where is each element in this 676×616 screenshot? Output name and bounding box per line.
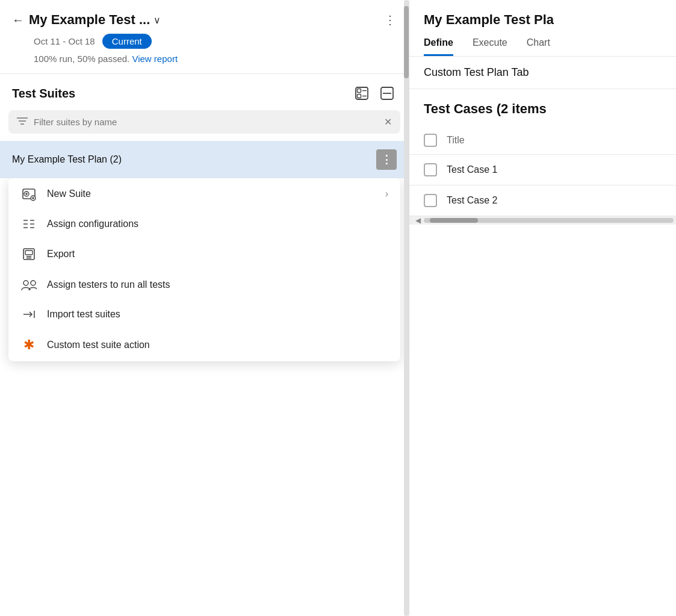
right-panel: My Example Test Pla Define Execute Chart… [409, 0, 676, 616]
test-case-2-checkbox[interactable] [424, 194, 437, 207]
clear-filter-button[interactable]: ✕ [384, 116, 392, 128]
menu-item-assign-testers[interactable]: Assign testers to run all tests [8, 270, 400, 300]
export-icon [20, 247, 37, 261]
custom-tab-section: Custom Test Plan Tab [409, 57, 676, 89]
title-row: My Example Test ... ∨ [29, 12, 379, 28]
filter-input[interactable] [34, 117, 378, 127]
menu-item-new-suite[interactable]: New Suite › [8, 178, 400, 210]
import-icon [20, 308, 37, 320]
collapse-all-button[interactable] [377, 84, 397, 103]
new-suite-icon [20, 187, 37, 201]
header-section: ← My Example Test ... ∨ ⋮ Oct 11 - Oct 1… [0, 0, 409, 74]
suites-title: Test Suites [12, 87, 346, 101]
tab-execute[interactable]: Execute [473, 37, 507, 56]
current-badge: Current [102, 34, 152, 49]
menu-label-new-suite: New Suite [47, 188, 376, 199]
context-menu: New Suite › Assign configurations [8, 178, 400, 361]
stats-row: 100% run, 50% passed. View report [34, 54, 397, 64]
date-current-row: Oct 11 - Oct 18 Current [34, 34, 397, 49]
hscrollbar-track [424, 218, 674, 223]
suites-header: Test Suites [0, 74, 409, 110]
right-header: My Example Test Pla Define Execute Chart [409, 0, 676, 57]
view-report-link[interactable]: View report [132, 54, 178, 64]
menu-item-export[interactable]: Export [8, 238, 400, 270]
select-all-checkbox[interactable] [424, 134, 437, 147]
title-column-header: Title [447, 135, 465, 146]
test-cases-title-row: Title [409, 126, 676, 155]
svg-rect-24 [25, 250, 33, 255]
test-case-1-checkbox[interactable] [424, 163, 437, 176]
menu-label-import: Import test suites [47, 309, 388, 320]
tabs-row: Define Execute Chart [424, 37, 662, 56]
custom-tab-text: Custom Test Plan Tab [424, 66, 529, 78]
right-panel-title: My Example Test Pla [424, 12, 662, 28]
test-case-row-1[interactable]: Test Case 1 [409, 155, 676, 185]
suite-more-button[interactable]: ⋮ [376, 149, 397, 170]
test-case-2-name: Test Case 2 [447, 195, 497, 206]
chevron-down-icon[interactable]: ∨ [153, 14, 161, 26]
plan-more-button[interactable]: ⋮ [384, 13, 397, 27]
test-case-row-2[interactable]: Test Case 2 [409, 185, 676, 216]
date-range: Oct 11 - Oct 18 [34, 36, 95, 46]
header-top: ← My Example Test ... ∨ ⋮ [12, 12, 397, 28]
assign-config-icon [20, 218, 37, 230]
scrollbar-thumb [404, 6, 409, 78]
menu-label-custom-action: Custom test suite action [47, 340, 388, 350]
svg-rect-1 [358, 89, 361, 93]
back-button[interactable]: ← [12, 14, 24, 26]
svg-point-28 [31, 281, 36, 285]
assign-testers-icon [20, 278, 37, 291]
vertical-scrollbar[interactable] [404, 0, 409, 616]
menu-item-import[interactable]: Import test suites [8, 300, 400, 329]
test-cases-section: Test Cases (2 items Title Test Case 1 Te… [409, 89, 676, 616]
menu-item-custom-action[interactable]: ✱ Custom test suite action [8, 329, 400, 361]
suite-label: My Example Test Plan (2) [12, 154, 376, 165]
test-case-1-name: Test Case 1 [447, 164, 497, 175]
horizontal-scrollbar[interactable]: ◀ [409, 216, 676, 225]
plan-title: My Example Test ... [29, 12, 150, 28]
menu-arrow-new-suite: › [385, 188, 388, 199]
suite-item[interactable]: My Example Test Plan (2) ⋮ [0, 141, 409, 178]
custom-action-icon: ✱ [20, 337, 37, 353]
menu-label-assign-testers: Assign testers to run all tests [47, 279, 388, 290]
filter-container: ✕ [8, 110, 400, 134]
stats-text: 100% run, 50% passed. [34, 54, 129, 64]
tab-chart[interactable]: Chart [527, 37, 550, 56]
menu-item-assign-configurations[interactable]: Assign configurations [8, 210, 400, 238]
hscrollbar-left-arrow[interactable]: ◀ [412, 216, 424, 225]
hscrollbar-thumb [430, 218, 478, 223]
svg-rect-3 [358, 95, 361, 98]
filter-icon [17, 117, 28, 128]
test-cases-header: Test Cases (2 items [409, 89, 676, 126]
svg-point-27 [23, 281, 28, 285]
left-panel: ← My Example Test ... ∨ ⋮ Oct 11 - Oct 1… [0, 0, 409, 616]
expand-all-button[interactable] [352, 84, 371, 103]
menu-label-assign-configurations: Assign configurations [47, 219, 388, 229]
menu-label-export: Export [47, 249, 388, 260]
tab-define[interactable]: Define [424, 37, 453, 56]
